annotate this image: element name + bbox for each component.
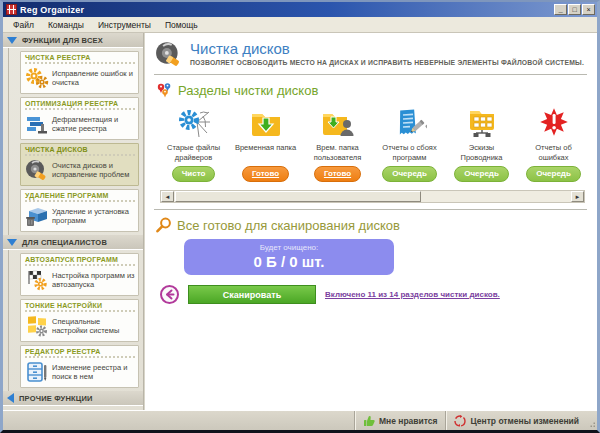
status-bar: Мне нравится Центр отмены изменений <box>3 410 597 430</box>
defrag-icon <box>25 112 49 136</box>
cleanup-item-user-temp-folder[interactable]: Врем. папка пользователя Готово <box>304 105 371 182</box>
window-gear-icon <box>25 314 49 338</box>
maximize-button[interactable]: □ <box>568 4 581 15</box>
sidebar-group-other-functions[interactable]: ПРОЧИЕ ФУНКЦИИ <box>3 391 143 406</box>
sidebar-item-registry-cleanup[interactable]: ЧИСТКА РЕЕСТРА Исправление ошибок и очис… <box>20 51 139 94</box>
cleanup-item-explorer-thumbnails[interactable]: Эскизы Проводника Очередь <box>448 105 515 182</box>
thumbs-up-icon <box>363 415 375 427</box>
sidebar-group-specialists[interactable]: ДЛЯ СПЕЦИАЛИСТОВ <box>3 235 143 250</box>
folder-user-icon <box>321 105 355 141</box>
magnifier-icon <box>156 217 172 233</box>
scan-button[interactable]: Сканировать <box>188 285 316 304</box>
cleanup-summary-label: Будет очищено: <box>184 243 394 252</box>
page-title: Чистка дисков <box>190 40 584 57</box>
cleanup-items-row: Старые файлы драйверов Чисто Временная п… <box>154 105 587 182</box>
app-window: Reg Organizer _ □ × Файл Команды Инструм… <box>0 0 600 433</box>
flag-gear-icon <box>25 268 49 292</box>
sidebar-item-tweaks[interactable]: ТОНКИЕ НАСТРОЙКИ Специальные настройки с… <box>20 299 139 342</box>
scrollbar-track[interactable] <box>174 191 571 202</box>
undo-arrows-icon <box>454 415 466 427</box>
sections-title: Разделы чистки дисков <box>178 83 318 98</box>
app-logo-icon <box>6 4 17 15</box>
chevron-down-icon <box>7 239 17 246</box>
cabinet-icon <box>25 360 49 384</box>
map-pins-icon <box>156 82 173 99</box>
main-panel: Чистка дисков ПОЗВОЛЯЕТ ОСВОБОДИТЬ МЕСТО… <box>144 33 597 410</box>
menu-commands[interactable]: Команды <box>42 18 90 32</box>
disk-brush-icon <box>154 40 184 68</box>
ready-title: Все готово для сканирования дисков <box>177 218 400 233</box>
chevron-left-icon <box>7 393 14 403</box>
like-button[interactable]: Мне нравится <box>354 411 446 430</box>
scroll-right-button[interactable]: ► <box>571 191 584 202</box>
uninstall-box-icon <box>25 204 49 228</box>
cleanup-summary-value: 0 Б / 0 шт. <box>184 253 394 270</box>
status-badge[interactable]: Готово <box>242 166 289 182</box>
error-burst-icon <box>537 105 571 141</box>
driver-web-icon <box>177 105 211 141</box>
gears-icon <box>25 66 49 90</box>
cleanup-item-crash-reports[interactable]: Отчеты о сбоях программ Очередь <box>376 105 443 182</box>
status-badge[interactable]: Очередь <box>526 166 581 182</box>
title-bar: Reg Organizer _ □ × <box>3 2 597 17</box>
sidebar-item-registry-editor[interactable]: РЕДАКТОР РЕЕСТРА Изменение реестра и пои… <box>20 345 139 388</box>
sidebar-item-registry-optimization[interactable]: ОПТИМИЗАЦИЯ РЕЕСТРА Дефрагментация и сжа… <box>20 97 139 140</box>
menu-tools[interactable]: Инструменты <box>92 18 157 32</box>
resize-grip[interactable] <box>587 411 597 430</box>
scroll-left-button[interactable]: ◄ <box>161 191 174 202</box>
horizontal-scrollbar[interactable]: ◄ ► <box>160 190 585 203</box>
status-badge[interactable]: Чисто <box>172 166 216 182</box>
divider <box>154 74 587 75</box>
cleanup-item-error-reports[interactable]: Отчеты об ошибках Очередь <box>520 105 587 182</box>
page-subtitle: ПОЗВОЛЯЕТ ОСВОБОДИТЬ МЕСТО НА ДИСКАХ И И… <box>190 59 584 66</box>
cleanup-summary-box: Будет очищено: 0 Б / 0 шт. <box>184 239 394 275</box>
sidebar: ФУНКЦИИ ДЛЯ ВСЕХ ЧИСТКА РЕЕСТРА Исправле… <box>3 33 144 410</box>
sidebar-item-uninstall-programs[interactable]: УДАЛЕНИЕ ПРОГРАММ Удаление и установка п… <box>20 189 139 232</box>
cleanup-item-temp-folder[interactable]: Временная папка Готово <box>232 105 299 182</box>
sidebar-item-autostart[interactable]: АВТОЗАПУСК ПРОГРАММ Настройка программ и… <box>20 253 139 296</box>
divider <box>154 209 587 210</box>
chevron-down-icon <box>7 37 17 44</box>
status-badge[interactable]: Готово <box>314 166 361 182</box>
folder-down-icon <box>249 105 283 141</box>
close-button[interactable]: × <box>582 4 595 15</box>
undo-center-button[interactable]: Центр отмены изменений <box>445 411 587 430</box>
menu-help[interactable]: Помощь <box>159 18 204 32</box>
disk-brush-icon <box>25 158 49 182</box>
sidebar-group-everyone[interactable]: ФУНКЦИИ ДЛЯ ВСЕХ <box>3 33 143 48</box>
menu-bar: Файл Команды Инструменты Помощь <box>3 17 597 33</box>
arrow-left-icon <box>164 289 175 300</box>
minimize-button[interactable]: _ <box>554 4 567 15</box>
window-title: Reg Organizer <box>20 5 554 15</box>
status-badge[interactable]: Очередь <box>382 166 437 182</box>
sidebar-item-disk-cleanup[interactable]: ЧИСТКА ДИСКОВ Очистка дисков и исправлен… <box>20 143 139 186</box>
back-button[interactable] <box>160 285 179 304</box>
included-sections-link[interactable]: Включено 11 из 14 разделов чистки дисков… <box>325 290 500 299</box>
report-pencil-icon <box>393 105 427 141</box>
cleanup-item-old-drivers[interactable]: Старые файлы драйверов Чисто <box>160 105 227 182</box>
status-badge[interactable]: Очередь <box>454 166 509 182</box>
scrollbar-thumb[interactable] <box>175 191 421 202</box>
folder-thumbs-icon <box>465 105 499 141</box>
menu-file[interactable]: Файл <box>7 18 40 32</box>
